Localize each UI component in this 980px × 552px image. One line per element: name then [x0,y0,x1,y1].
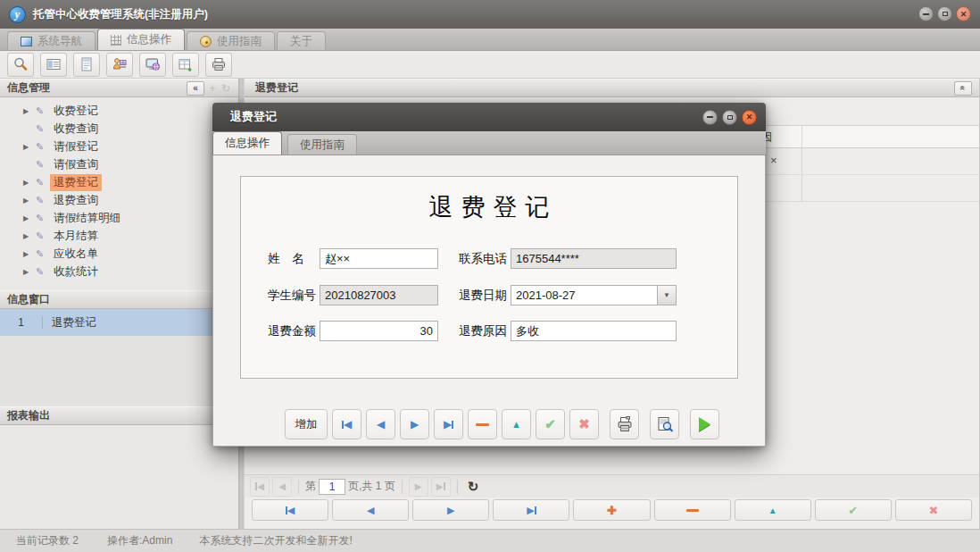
collapse-panel-button[interactable]: « [187,81,204,96]
expand-arrow-icon[interactable]: ▶ [23,179,36,187]
content-panel-header: 退费登记 « [245,79,979,97]
tab-info-operation-label: 信息操作 [127,32,171,47]
date-dropdown-button[interactable]: ▼ [657,286,676,305]
navigation-tree: ▶ ✎ 收费登记 ▶ ✎ 收费查询 ▶ ✎ 请假登记 ▶ ✎ 请假查询 ▶ ✎ [0,98,238,290]
minimize-icon[interactable] [918,6,934,21]
tab-about[interactable]: 关于 [277,31,326,50]
edit-record-button[interactable]: ▲ [502,409,531,439]
pager-prev-button[interactable]: ◀ [272,477,292,497]
run-button[interactable] [690,409,719,439]
collapse-up-button[interactable]: « [954,81,972,96]
edit-record-button[interactable]: ▲ [735,499,811,521]
cancel-record-button[interactable]: ✖ [895,499,972,521]
cancel-record-button[interactable]: ✖ [569,409,599,439]
tree-item-leave-settlement-detail[interactable]: ▶ ✎ 请假结算明细 [0,209,238,227]
print-button[interactable] [610,409,639,439]
left-sidebar: 信息管理 « + ↻ ▶ ✎ 收费登记 ▶ ✎ 收费查询 ▶ ✎ 请假登记 [0,79,239,529]
tab-user-guide[interactable]: 使用指南 [187,31,275,50]
table-add-icon [178,56,194,72]
tree-item-fee-register[interactable]: ▶ ✎ 收费登记 [0,102,238,120]
dialog-maximize-icon[interactable] [722,110,737,125]
first-record-button[interactable]: ◀ [332,409,361,439]
table-add-button[interactable] [172,53,199,77]
tree-item-refund-query[interactable]: ▶ ✎ 退费查询 [0,191,238,209]
expand-arrow-icon[interactable]: ▶ [23,214,36,222]
user-report-button[interactable] [106,53,133,77]
delete-record-button[interactable] [654,499,731,521]
window-titlebar: y 托管中心收费管理系统(非注册用户) ✕ [0,0,980,29]
tree-item-month-settlement[interactable]: ▶ ✎ 本月结算 [0,227,238,245]
expand-arrow-icon[interactable]: ▶ [23,250,36,258]
refund-amount-label: 退费金额 [268,323,316,339]
add-disabled-icon: + [207,82,218,95]
form-list-button[interactable] [40,53,67,77]
app-window: y 托管中心收费管理系统(非注册用户) ✕ 系统导航 信息操作 使用指南 关于 [0,0,980,552]
pager-divider [298,480,299,494]
info-window-row-selected[interactable]: 1 退费登记 [0,309,238,336]
add-record-button[interactable]: ✚ [573,499,650,521]
name-field[interactable] [320,248,438,269]
print-preview-button[interactable] [650,409,679,439]
dialog-close-icon[interactable]: ✕ [742,110,757,125]
dialog-titlebar[interactable]: 退费登记 ✕ [212,103,766,131]
dialog-tab-user-guide[interactable]: 使用指南 [287,134,357,155]
tree-item-leave-query[interactable]: ▶ ✎ 请假查询 [0,155,238,173]
phone-field[interactable] [511,248,677,269]
row-index: 1 [0,316,43,329]
row-label: 退费登记 [43,315,96,330]
expand-arrow-icon[interactable]: ▶ [23,143,36,151]
tab-system-nav[interactable]: 系统导航 [7,31,96,50]
next-record-button[interactable]: ▶ [400,409,429,439]
first-record-button[interactable]: ◀ [252,499,328,521]
report-output-area [0,425,238,529]
close-icon[interactable]: ✕ [956,6,971,21]
expand-arrow-icon[interactable]: ▶ [23,268,36,276]
document-button[interactable] [73,53,100,77]
student-id-field[interactable] [320,285,438,305]
next-record-button[interactable]: ▶ [412,499,489,521]
refund-form: 退费登记 姓 名 联系电话 学生编号 退费日期 ▼ [240,176,738,379]
printer-button[interactable] [205,53,232,77]
record-navigation-bar: ◀ ◀ ▶ ▶ ✚ ▲ ✔ ✖ [252,499,972,522]
search-button[interactable] [7,53,34,77]
expand-arrow-icon[interactable]: ▶ [23,197,36,205]
refund-reason-field[interactable] [511,321,677,341]
delete-record-button[interactable] [468,409,497,439]
tree-item-receivable-list[interactable]: ▶ ✎ 应收名单 [0,245,238,263]
post-record-button[interactable]: ✔ [536,409,565,439]
post-record-button[interactable]: ✔ [815,499,892,521]
last-record-button[interactable]: ▶ [434,409,463,439]
refund-date-label: 退费日期 [459,288,507,304]
pager-last-button[interactable]: ▶ [431,477,451,497]
dialog-title: 退费登记 [230,109,277,125]
main-tabstrip: 系统导航 信息操作 使用指南 关于 [0,29,980,51]
monitor-globe-button[interactable] [139,53,166,77]
info-window-title: 信息窗口 [7,292,50,307]
pager-first-button[interactable]: ◀ [250,477,270,497]
pager-next-button[interactable]: ▶ [409,477,428,497]
minus-icon [476,423,489,426]
refund-amount-field[interactable] [320,321,438,341]
dialog-tab-info-operation[interactable]: 信息操作 [212,131,282,155]
dialog-minimize-icon[interactable] [702,110,718,125]
maximize-icon[interactable] [937,6,952,21]
expand-arrow-icon[interactable]: ▶ [23,107,36,115]
pager-refresh-icon[interactable]: ↻ [468,479,479,495]
last-record-button[interactable]: ▶ [493,499,569,521]
expand-arrow-icon[interactable]: ▶ [23,232,36,240]
tree-item-leave-register[interactable]: ▶ ✎ 请假登记 [0,138,238,155]
tree-item-icon: ✎ [36,105,50,117]
prev-record-button[interactable]: ◀ [366,409,395,439]
prev-record-button[interactable]: ◀ [332,499,409,521]
info-window-header: 信息窗口 [0,290,238,309]
tree-item-refund-register[interactable]: ▶ ✎ 退费登记 [0,173,238,191]
tab-info-operation[interactable]: 信息操作 [97,29,185,50]
refund-register-dialog: 退费登记 ✕ 信息操作 使用指南 退费登记 姓 名 [212,103,766,447]
page-number-input[interactable] [319,479,345,495]
refund-date-field[interactable] [511,285,677,305]
main-toolbar [0,51,980,79]
tree-item-fee-query[interactable]: ▶ ✎ 收费查询 [0,120,238,138]
name-label: 姓 名 [268,251,304,267]
tree-item-collection-stats[interactable]: ▶ ✎ 收款统计 [0,263,238,280]
add-button[interactable]: 增加 [285,409,328,439]
